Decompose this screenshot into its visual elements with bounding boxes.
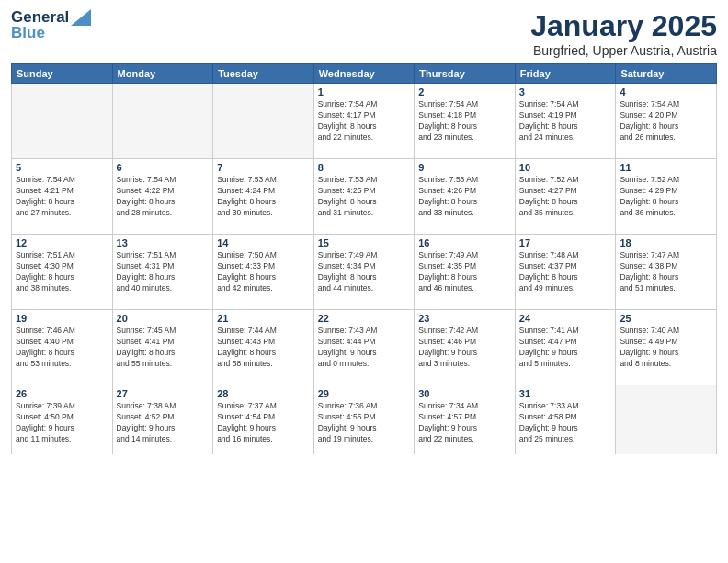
calendar-week-5: 26Sunrise: 7:39 AM Sunset: 4:50 PM Dayli… [12, 385, 717, 454]
table-row: 8Sunrise: 7:53 AM Sunset: 4:25 PM Daylig… [313, 159, 415, 235]
day-info: Sunrise: 7:33 AM Sunset: 4:58 PM Dayligh… [519, 401, 612, 445]
day-number: 7 [217, 162, 310, 173]
svg-marker-0 [71, 9, 91, 26]
day-info: Sunrise: 7:38 AM Sunset: 4:52 PM Dayligh… [117, 401, 210, 445]
title-section: January 2025 Burgfried, Upper Austria, A… [530, 9, 717, 58]
table-row: 19Sunrise: 7:46 AM Sunset: 4:40 PM Dayli… [12, 310, 113, 385]
day-info: Sunrise: 7:50 AM Sunset: 4:33 PM Dayligh… [217, 250, 310, 294]
table-row: 17Sunrise: 7:48 AM Sunset: 4:37 PM Dayli… [515, 235, 616, 310]
day-number: 11 [620, 162, 712, 173]
day-info: Sunrise: 7:43 AM Sunset: 4:44 PM Dayligh… [318, 326, 411, 370]
day-info: Sunrise: 7:54 AM Sunset: 4:17 PM Dayligh… [318, 99, 411, 144]
day-number: 27 [117, 388, 210, 399]
month-title: January 2025 [530, 9, 717, 43]
table-row: 3Sunrise: 7:54 AM Sunset: 4:19 PM Daylig… [515, 84, 616, 159]
day-info: Sunrise: 7:52 AM Sunset: 4:29 PM Dayligh… [620, 175, 712, 219]
day-info: Sunrise: 7:45 AM Sunset: 4:41 PM Dayligh… [117, 326, 210, 370]
calendar-week-4: 19Sunrise: 7:46 AM Sunset: 4:40 PM Dayli… [12, 310, 717, 385]
table-row: 29Sunrise: 7:36 AM Sunset: 4:55 PM Dayli… [313, 385, 415, 454]
header-thursday: Thursday [415, 64, 516, 84]
day-info: Sunrise: 7:49 AM Sunset: 4:35 PM Dayligh… [418, 250, 511, 294]
table-row: 1Sunrise: 7:54 AM Sunset: 4:17 PM Daylig… [313, 84, 415, 159]
day-number: 2 [418, 86, 511, 98]
table-row: 4Sunrise: 7:54 AM Sunset: 4:20 PM Daylig… [616, 84, 717, 159]
day-info: Sunrise: 7:34 AM Sunset: 4:57 PM Dayligh… [418, 401, 511, 445]
day-number: 8 [318, 162, 411, 173]
day-number: 1 [318, 86, 411, 98]
table-row: 13Sunrise: 7:51 AM Sunset: 4:31 PM Dayli… [112, 235, 213, 310]
day-info: Sunrise: 7:46 AM Sunset: 4:40 PM Dayligh… [16, 326, 108, 370]
day-info: Sunrise: 7:53 AM Sunset: 4:25 PM Dayligh… [318, 175, 411, 219]
header-sunday: Sunday [12, 64, 113, 84]
header-tuesday: Tuesday [213, 64, 314, 84]
header-monday: Monday [112, 64, 213, 84]
day-number: 30 [418, 388, 511, 399]
day-number: 24 [519, 313, 612, 324]
table-row: 25Sunrise: 7:40 AM Sunset: 4:49 PM Dayli… [616, 310, 717, 385]
table-row [213, 84, 314, 159]
logo: General Blue [11, 9, 91, 41]
table-row: 5Sunrise: 7:54 AM Sunset: 4:21 PM Daylig… [12, 159, 113, 235]
day-number: 17 [519, 237, 612, 248]
table-row: 15Sunrise: 7:49 AM Sunset: 4:34 PM Dayli… [313, 235, 415, 310]
day-number: 18 [620, 237, 712, 248]
table-row: 31Sunrise: 7:33 AM Sunset: 4:58 PM Dayli… [515, 385, 616, 454]
day-number: 31 [519, 388, 612, 399]
table-row: 30Sunrise: 7:34 AM Sunset: 4:57 PM Dayli… [415, 385, 516, 454]
day-number: 25 [620, 313, 712, 324]
day-number: 23 [418, 313, 511, 324]
header-friday: Friday [515, 64, 616, 84]
day-number: 14 [217, 237, 310, 248]
day-number: 22 [318, 313, 411, 324]
day-number: 20 [117, 313, 210, 324]
table-row: 7Sunrise: 7:53 AM Sunset: 4:24 PM Daylig… [213, 159, 314, 235]
calendar-week-3: 12Sunrise: 7:51 AM Sunset: 4:30 PM Dayli… [12, 235, 717, 310]
table-row: 24Sunrise: 7:41 AM Sunset: 4:47 PM Dayli… [515, 310, 616, 385]
table-row: 20Sunrise: 7:45 AM Sunset: 4:41 PM Dayli… [112, 310, 213, 385]
header-saturday: Saturday [616, 64, 717, 84]
day-number: 13 [117, 237, 210, 248]
day-info: Sunrise: 7:40 AM Sunset: 4:49 PM Dayligh… [620, 326, 712, 370]
day-number: 6 [117, 162, 210, 173]
table-row: 27Sunrise: 7:38 AM Sunset: 4:52 PM Dayli… [112, 385, 213, 454]
day-info: Sunrise: 7:39 AM Sunset: 4:50 PM Dayligh… [16, 401, 108, 445]
day-info: Sunrise: 7:54 AM Sunset: 4:22 PM Dayligh… [117, 175, 210, 219]
day-number: 9 [418, 162, 511, 173]
page-header: General Blue January 2025 Burgfried, Upp… [11, 9, 717, 58]
day-number: 12 [16, 237, 108, 248]
day-info: Sunrise: 7:54 AM Sunset: 4:19 PM Dayligh… [519, 99, 612, 144]
header-wednesday: Wednesday [313, 64, 415, 84]
day-number: 4 [620, 86, 712, 98]
day-number: 26 [16, 388, 108, 399]
table-row [616, 385, 717, 454]
table-row: 18Sunrise: 7:47 AM Sunset: 4:38 PM Dayli… [616, 235, 717, 310]
table-row: 12Sunrise: 7:51 AM Sunset: 4:30 PM Dayli… [12, 235, 113, 310]
table-row: 28Sunrise: 7:37 AM Sunset: 4:54 PM Dayli… [213, 385, 314, 454]
table-row: 26Sunrise: 7:39 AM Sunset: 4:50 PM Dayli… [12, 385, 113, 454]
table-row: 21Sunrise: 7:44 AM Sunset: 4:43 PM Dayli… [213, 310, 314, 385]
location: Burgfried, Upper Austria, Austria [530, 43, 717, 58]
day-number: 5 [16, 162, 108, 173]
day-info: Sunrise: 7:54 AM Sunset: 4:21 PM Dayligh… [16, 175, 108, 219]
day-info: Sunrise: 7:36 AM Sunset: 4:55 PM Dayligh… [318, 401, 411, 445]
table-row: 11Sunrise: 7:52 AM Sunset: 4:29 PM Dayli… [616, 159, 717, 235]
table-row: 22Sunrise: 7:43 AM Sunset: 4:44 PM Dayli… [313, 310, 415, 385]
table-row: 6Sunrise: 7:54 AM Sunset: 4:22 PM Daylig… [112, 159, 213, 235]
day-number: 15 [318, 237, 411, 248]
table-row [112, 84, 213, 159]
day-number: 21 [217, 313, 310, 324]
calendar-week-2: 5Sunrise: 7:54 AM Sunset: 4:21 PM Daylig… [12, 159, 717, 235]
table-row: 2Sunrise: 7:54 AM Sunset: 4:18 PM Daylig… [415, 84, 516, 159]
table-row: 23Sunrise: 7:42 AM Sunset: 4:46 PM Dayli… [415, 310, 516, 385]
day-info: Sunrise: 7:51 AM Sunset: 4:30 PM Dayligh… [16, 250, 108, 294]
table-row: 9Sunrise: 7:53 AM Sunset: 4:26 PM Daylig… [415, 159, 516, 235]
day-number: 3 [519, 86, 612, 98]
day-info: Sunrise: 7:44 AM Sunset: 4:43 PM Dayligh… [217, 326, 310, 370]
day-number: 16 [418, 237, 511, 248]
calendar-week-1: 1Sunrise: 7:54 AM Sunset: 4:17 PM Daylig… [12, 84, 717, 159]
day-info: Sunrise: 7:54 AM Sunset: 4:20 PM Dayligh… [620, 99, 712, 144]
day-info: Sunrise: 7:48 AM Sunset: 4:37 PM Dayligh… [519, 250, 612, 294]
day-info: Sunrise: 7:54 AM Sunset: 4:18 PM Dayligh… [418, 99, 511, 144]
day-number: 10 [519, 162, 612, 173]
day-info: Sunrise: 7:47 AM Sunset: 4:38 PM Dayligh… [620, 250, 712, 294]
